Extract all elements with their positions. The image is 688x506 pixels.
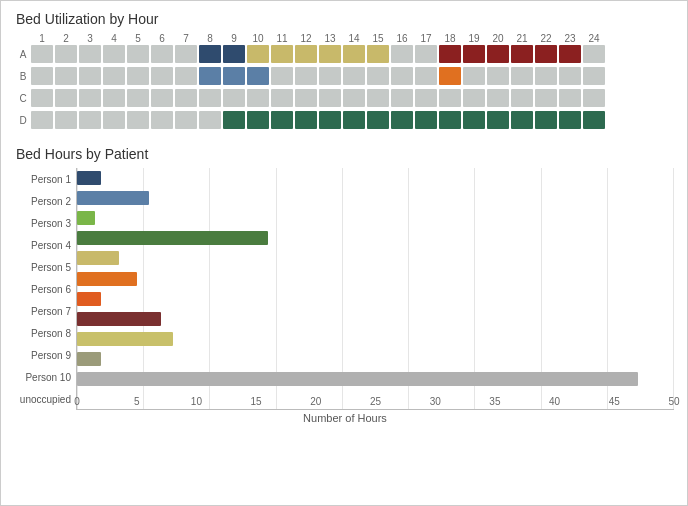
- grid-col-label: 9: [222, 33, 246, 44]
- grid-cell: [535, 111, 557, 129]
- bar: [77, 171, 101, 185]
- bar-row: [77, 228, 674, 248]
- grid-cell: [415, 111, 437, 129]
- grid-cell: [127, 45, 149, 63]
- grid-cell: [79, 67, 101, 85]
- bar-row: [77, 268, 674, 288]
- bar-y-axis: Person 1Person 2Person 3Person 4Person 5…: [16, 168, 76, 410]
- x-axis-label: 20: [310, 396, 321, 407]
- grid-cell: [31, 111, 53, 129]
- x-axis-label: 45: [609, 396, 620, 407]
- grid-rows-container: ABCD: [16, 44, 674, 132]
- bar: [77, 211, 95, 225]
- grid-cell: [343, 89, 365, 107]
- grid-cell: [295, 89, 317, 107]
- grid-cell: [103, 45, 125, 63]
- bar-y-label: Person 1: [16, 168, 76, 190]
- grid-cell: [391, 111, 413, 129]
- bar-row: [77, 168, 674, 188]
- grid-col-label: 10: [246, 33, 270, 44]
- grid-cell: [559, 89, 581, 107]
- grid-cell: [223, 45, 245, 63]
- grid-cell: [127, 89, 149, 107]
- grid-cell: [55, 67, 77, 85]
- bar: [77, 292, 101, 306]
- bar-row: [77, 349, 674, 369]
- grid-cell: [319, 89, 341, 107]
- grid-cell: [175, 45, 197, 63]
- grid-col-label: 5: [126, 33, 150, 44]
- grid-cell: [295, 45, 317, 63]
- grid-cell: [55, 45, 77, 63]
- grid-cell: [367, 45, 389, 63]
- grid-row-label: C: [16, 93, 30, 104]
- grid-row-label: B: [16, 71, 30, 82]
- bars-wrapper: [77, 168, 674, 389]
- grid-col-label: 2: [54, 33, 78, 44]
- grid-cell: [175, 67, 197, 85]
- grid-cell: [151, 45, 173, 63]
- grid-cell: [151, 111, 173, 129]
- bar: [77, 251, 119, 265]
- grid-cell: [271, 45, 293, 63]
- grid-cell: [463, 111, 485, 129]
- x-axis-label: 0: [74, 396, 80, 407]
- bar: [77, 191, 149, 205]
- grid-row-label: A: [16, 49, 30, 60]
- grid-cell: [31, 89, 53, 107]
- grid-cell: [559, 111, 581, 129]
- grid-cell: [223, 111, 245, 129]
- grid-cell: [31, 45, 53, 63]
- grid-cell: [271, 111, 293, 129]
- bar-y-label: Person 6: [16, 278, 76, 300]
- grid-cell: [415, 45, 437, 63]
- grid-cell: [343, 67, 365, 85]
- grid-cell: [511, 89, 533, 107]
- grid-cell: [271, 67, 293, 85]
- bar: [77, 372, 638, 386]
- grid-cell: [199, 89, 221, 107]
- grid-cell: [31, 67, 53, 85]
- grid-cell: [439, 89, 461, 107]
- x-axis-label: 5: [134, 396, 140, 407]
- grid-row: A: [16, 44, 674, 64]
- grid-col-label: 19: [462, 33, 486, 44]
- grid-cell: [127, 111, 149, 129]
- grid-col-label: 22: [534, 33, 558, 44]
- grid-cell: [463, 45, 485, 63]
- grid-cell: [487, 89, 509, 107]
- grid-cell: [55, 111, 77, 129]
- grid-cell: [415, 89, 437, 107]
- grid-cell: [535, 89, 557, 107]
- bar-y-label: Person 8: [16, 322, 76, 344]
- grid-cell: [487, 45, 509, 63]
- grid-cell: [79, 45, 101, 63]
- grid-col-label: 24: [582, 33, 606, 44]
- grid-col-label: 8: [198, 33, 222, 44]
- grid-cell: [247, 111, 269, 129]
- grid-col-label: 18: [438, 33, 462, 44]
- grid-row: B: [16, 66, 674, 86]
- bar-y-label: Person 2: [16, 190, 76, 212]
- grid-chart-title: Bed Utilization by Hour: [16, 11, 674, 27]
- grid-cell: [439, 111, 461, 129]
- x-axis-label: 25: [370, 396, 381, 407]
- bar-row: [77, 369, 674, 389]
- grid-col-label: 11: [270, 33, 294, 44]
- grid-cell: [367, 89, 389, 107]
- grid-cell: [319, 111, 341, 129]
- grid-cell: [487, 111, 509, 129]
- grid-col-label: 17: [414, 33, 438, 44]
- grid-cell: [391, 67, 413, 85]
- grid-cell: [271, 89, 293, 107]
- grid-col-label: 7: [174, 33, 198, 44]
- grid-cell: [583, 67, 605, 85]
- grid-cell: [583, 45, 605, 63]
- grid-cell: [247, 67, 269, 85]
- grid-cell: [103, 67, 125, 85]
- x-axis-label: 40: [549, 396, 560, 407]
- grid-row-label: D: [16, 115, 30, 126]
- x-axis-label: 10: [191, 396, 202, 407]
- bar-row: [77, 309, 674, 329]
- grid-area: 123456789101112131415161718192021222324 …: [16, 33, 674, 132]
